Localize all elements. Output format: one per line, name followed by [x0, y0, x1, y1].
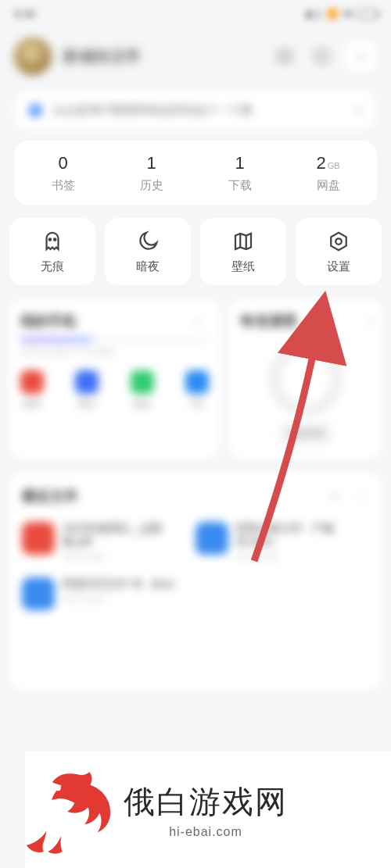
tool-label: 设置: [327, 259, 350, 274]
stat-value: 1: [196, 153, 284, 173]
svg-point-4: [56, 785, 61, 791]
stat-value: 2GB: [284, 153, 372, 173]
svg-point-1: [49, 238, 52, 241]
battery-icon: [358, 9, 377, 20]
profile-header: 新城快活亭 ⋯: [0, 27, 391, 86]
app-label: 腾讯: [78, 398, 95, 410]
close-icon[interactable]: ×: [353, 102, 363, 120]
app-item[interactable]: QQ: [185, 370, 209, 410]
status-bar: 5:50 ▮▯▯ 📶 90: [0, 0, 391, 27]
tool-label: 无痕: [41, 259, 64, 274]
tool-settings[interactable]: 设置: [296, 218, 382, 285]
storage-bar: [20, 338, 209, 341]
rooster-logo-icon: [25, 763, 111, 856]
tool-label: 壁纸: [231, 259, 255, 274]
list-item[interactable]: 2023年微博以 _品图像.pdf今天 13:30: [22, 522, 181, 563]
app-label: 微信: [134, 398, 151, 410]
tool-label: 暗夜: [136, 259, 160, 274]
card-title: 我的手机: [20, 312, 77, 330]
scan-icon[interactable]: [269, 41, 300, 72]
ghost-icon: [41, 230, 64, 253]
stat-cloud[interactable]: 2GB 网盘: [284, 153, 372, 193]
card-title: 夸克清理: [240, 312, 371, 330]
stat-history[interactable]: 1 历史: [107, 153, 196, 193]
file-time: 今天 13:30: [63, 552, 181, 563]
watermark-title: 俄白游戏网: [124, 780, 288, 823]
file-icon: [196, 522, 228, 555]
stat-value: 0: [19, 153, 107, 173]
svg-point-3: [335, 238, 342, 245]
file-icon: [22, 522, 55, 555]
svg-point-2: [54, 238, 56, 241]
clean-button[interactable]: 深度清理: [278, 423, 334, 445]
settings-icon: [327, 230, 350, 253]
stat-label: 下载: [196, 178, 284, 193]
file-time: 今天 13:29: [236, 552, 355, 563]
app-item[interactable]: 腾讯: [75, 370, 99, 410]
battery-percent: 90: [343, 9, 353, 20]
plus-icon[interactable]: ＋: [327, 485, 343, 506]
stats-card: 0 书签 1 历史 1 下载 2GB 网盘: [14, 141, 377, 205]
avatar[interactable]: [14, 38, 52, 75]
chevron-right-icon: ›: [195, 313, 199, 330]
card-title: 最近文件: [22, 487, 327, 505]
file-time: 今天 13:28: [63, 593, 174, 605]
file-icon: [22, 577, 55, 610]
chevron-right-icon: ›: [368, 312, 372, 328]
signal-icon: ▮▯▯: [306, 9, 322, 20]
recent-files-card: 最近文件 ＋ ⋯ 2023年微博以 _品图像.pdf今天 13:30 阿里全面大…: [9, 473, 382, 690]
app-item[interactable]: 微博: [20, 370, 44, 410]
clean-card[interactable]: 夸克清理 › 深度清理: [229, 299, 382, 459]
watermark: 俄白游戏网 hi-ebai.com: [25, 751, 382, 868]
tool-incognito[interactable]: 无痕: [9, 218, 95, 285]
notice-text: 从众多用户那里带来这些话这个一个窝: [53, 103, 253, 118]
status-time: 5:50: [14, 8, 35, 20]
app-icon: [20, 370, 44, 394]
status-right: ▮▯▯ 📶 90: [306, 9, 377, 20]
app-icon: [131, 370, 154, 394]
mid-cards: 我的手机 › 已用 39.8GB / 共 128GB 微博 腾讯 微信 QQ 夸…: [9, 299, 382, 459]
list-item[interactable]: 阿里巴巴文件 等. .docx今天 13:28: [22, 577, 181, 610]
stat-bookmarks[interactable]: 0 书签: [19, 153, 107, 193]
watermark-url: hi-ebai.com: [169, 825, 242, 839]
tools-row: 无痕 暗夜 壁纸 设置: [9, 218, 382, 285]
username[interactable]: 新城快活亭: [63, 46, 141, 67]
stat-downloads[interactable]: 1 下载: [196, 153, 284, 193]
notice-badge-icon: [28, 103, 42, 117]
app-icon: [75, 370, 99, 394]
more-button[interactable]: ⋯: [344, 41, 377, 72]
file-name: 2023年微博以 _品图像.pdf: [63, 522, 181, 548]
clean-gauge: [268, 341, 343, 416]
app-label: 微博: [23, 398, 41, 410]
storage-subtitle: 已用 39.8GB / 共 128GB: [20, 346, 209, 358]
app-icon: [185, 370, 209, 394]
notice-banner[interactable]: 从众多用户那里带来这些话这个一个窝 ×: [14, 91, 377, 130]
stat-label: 历史: [107, 178, 196, 193]
moon-icon: [136, 230, 160, 253]
my-phone-card[interactable]: 我的手机 › 已用 39.8GB / 共 128GB 微博 腾讯 微信 QQ: [9, 299, 220, 459]
app-label: QQ: [191, 398, 204, 408]
more-icon[interactable]: ⋯: [353, 487, 369, 505]
refresh-icon[interactable]: [307, 41, 338, 72]
map-icon: [231, 230, 255, 253]
file-name: 阿里全面大学 - 产物库.docx: [236, 522, 355, 548]
wifi-icon: 📶: [327, 9, 339, 20]
tool-wallpaper[interactable]: 壁纸: [200, 218, 286, 285]
recent-grid: 2023年微博以 _品图像.pdf今天 13:30 阿里全面大学 - 产物库.d…: [22, 522, 369, 610]
stat-label: 书签: [19, 178, 107, 193]
app-item[interactable]: 微信: [131, 370, 154, 410]
stat-value: 1: [107, 153, 196, 173]
app-grid: 微博 腾讯 微信 QQ: [20, 370, 209, 410]
tool-darkmode[interactable]: 暗夜: [105, 218, 191, 285]
list-item[interactable]: 阿里全面大学 - 产物库.docx今天 13:29: [196, 522, 355, 563]
stat-label: 网盘: [284, 178, 372, 193]
file-name: 阿里巴巴文件 等. .docx: [63, 577, 174, 591]
